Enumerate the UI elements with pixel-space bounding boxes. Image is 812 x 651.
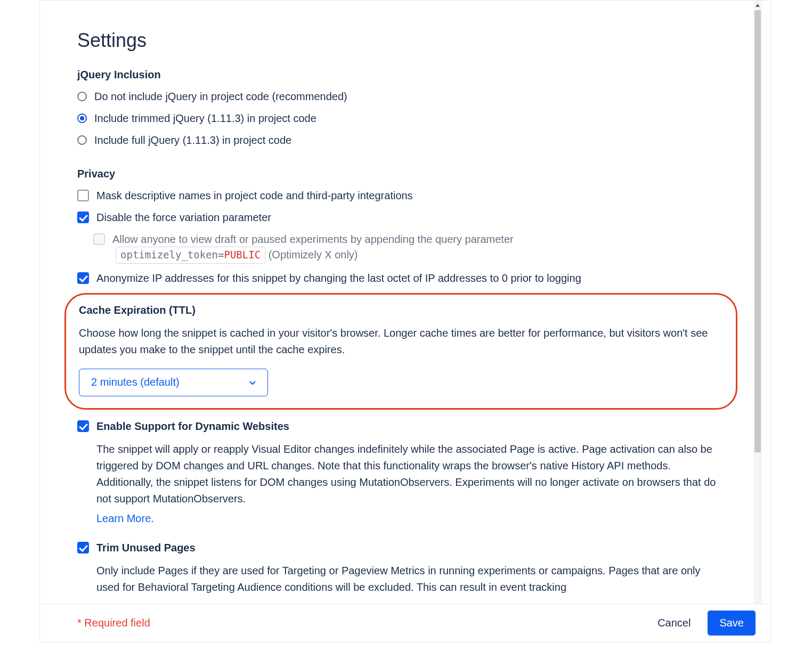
jquery-option-full[interactable]: Include full jQuery (1.11.3) in project … [77, 133, 725, 148]
page-title: Settings [77, 29, 725, 52]
checkbox-icon [93, 233, 105, 245]
disable-force-variation-checkbox[interactable]: Disable the force variation parameter [77, 210, 725, 225]
scroll-area: Settings jQuery Inclusion Do not include… [40, 1, 762, 611]
dialog-footer: * Required field Cancel Save [40, 604, 770, 642]
svg-marker-0 [756, 4, 760, 7]
checkbox-icon [77, 420, 89, 432]
checkbox-label: Anonymize IP addresses for this snippet … [96, 271, 581, 286]
checkbox-label: Mask descriptive names in project code a… [96, 189, 413, 203]
checkbox-icon [77, 542, 89, 554]
ttl-heading: Cache Expiration (TTL) [79, 304, 723, 316]
dynamic-description: The snippet will apply or reapply Visual… [96, 441, 725, 507]
page-frame: Settings jQuery Inclusion Do not include… [0, 0, 812, 651]
checkbox-label: Allow anyone to view draft or paused exp… [112, 232, 514, 264]
ttl-select[interactable]: 2 minutes (default) [79, 369, 268, 396]
radio-label: Include trimmed jQuery (1.11.3) in proje… [94, 111, 316, 126]
cache-expiration-highlight: Cache Expiration (TTL) Choose how long t… [64, 293, 737, 410]
radio-label: Include full jQuery (1.11.3) in project … [94, 133, 291, 148]
cancel-button[interactable]: Cancel [646, 611, 702, 636]
checkbox-icon [77, 211, 89, 223]
dynamic-learn-more-link[interactable]: Learn More. [96, 512, 154, 524]
radio-label: Do not include jQuery in project code (r… [94, 89, 347, 104]
save-button[interactable]: Save [708, 611, 756, 636]
radio-icon [77, 92, 87, 101]
anonymize-ip-checkbox[interactable]: Anonymize IP addresses for this snippet … [77, 271, 725, 286]
allow-view-label-text: Allow anyone to view draft or paused exp… [112, 233, 514, 245]
checkbox-icon [77, 272, 89, 284]
mask-names-checkbox[interactable]: Mask descriptive names in project code a… [77, 189, 725, 203]
jquery-option-none[interactable]: Do not include jQuery in project code (r… [77, 89, 725, 104]
scrollbar-track[interactable] [753, 1, 762, 611]
checkbox-label: Trim Unused Pages [96, 541, 196, 555]
allow-view-draft-checkbox: Allow anyone to view draft or paused exp… [93, 232, 725, 264]
trim-unused-pages-checkbox[interactable]: Trim Unused Pages [77, 541, 725, 555]
checkbox-icon [77, 190, 89, 201]
scroll-up-icon[interactable] [755, 3, 760, 8]
chevron-down-icon [248, 378, 257, 387]
privacy-heading: Privacy [77, 168, 725, 180]
ttl-select-value: 2 minutes (default) [91, 376, 180, 388]
enable-dynamic-websites-checkbox[interactable]: Enable Support for Dynamic Websites [77, 419, 725, 434]
dialog-panel: Settings jQuery Inclusion Do not include… [39, 0, 771, 642]
query-param-code: optimizely_token=PUBLIC [116, 247, 265, 264]
trim-description: Only include Pages if they are used for … [96, 563, 725, 596]
code-prefix: optimizely_token= [120, 249, 224, 261]
radio-icon [77, 113, 87, 123]
x-only-note: (Optimizely X only) [269, 249, 358, 261]
radio-icon [77, 135, 87, 145]
required-field-note: * Required field [77, 617, 646, 629]
jquery-heading: jQuery Inclusion [77, 69, 725, 81]
ttl-description: Choose how long the snippet is cached in… [79, 325, 723, 358]
code-value: PUBLIC [224, 249, 261, 261]
checkbox-label: Enable Support for Dynamic Websites [96, 419, 289, 434]
scrollbar-thumb[interactable] [754, 10, 761, 452]
checkbox-label: Disable the force variation parameter [96, 210, 271, 225]
jquery-option-trimmed[interactable]: Include trimmed jQuery (1.11.3) in proje… [77, 111, 725, 126]
